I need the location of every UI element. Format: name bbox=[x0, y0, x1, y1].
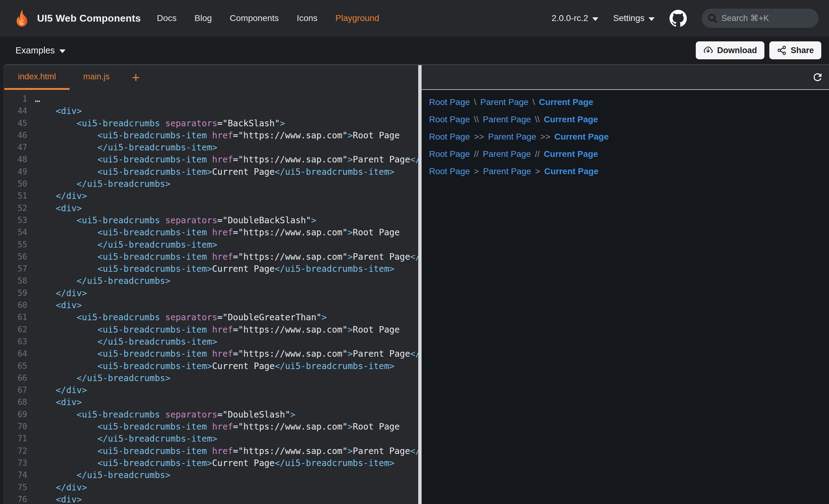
breadcrumb-separator: // bbox=[474, 149, 479, 159]
breadcrumb-link[interactable]: Root Page bbox=[429, 115, 470, 124]
code-line[interactable]: 72 <ui5-breadcrumbs-item href="https://w… bbox=[3, 445, 418, 457]
code-line[interactable]: 57 <ui5-breadcrumbs-item>Current Page</u… bbox=[3, 263, 418, 275]
code-line[interactable]: 45 <ui5-breadcrumbs separators="BackSlas… bbox=[3, 117, 418, 129]
code-line[interactable]: 76 <div> bbox=[3, 494, 418, 504]
brand-title: UI5 Web Components bbox=[37, 13, 141, 24]
tab-main-js[interactable]: main.js bbox=[70, 65, 123, 90]
breadcrumbs-row: Root Page\\Parent Page\\Current Page bbox=[429, 111, 823, 128]
code-line[interactable]: 73 <ui5-breadcrumbs-item>Current Page</u… bbox=[3, 457, 418, 469]
breadcrumb-link[interactable]: Root Page bbox=[429, 132, 470, 142]
code-line[interactable]: 51 </div> bbox=[3, 190, 418, 202]
breadcrumb-link[interactable]: Parent Page bbox=[480, 97, 529, 107]
code-line[interactable]: 59 </div> bbox=[3, 287, 418, 299]
code-line[interactable]: 61 <ui5-breadcrumbs separators="DoubleGr… bbox=[3, 311, 418, 323]
add-tab-button[interactable]: + bbox=[123, 65, 149, 90]
toolbar-actions: Download Share bbox=[696, 41, 821, 59]
code-line[interactable]: 70 <ui5-breadcrumbs-item href="https://w… bbox=[3, 421, 418, 433]
breadcrumbs-row: Root Page//Parent Page//Current Page bbox=[429, 146, 823, 163]
line-number: 72 bbox=[11, 445, 27, 457]
nav-item-icons[interactable]: Icons bbox=[297, 13, 318, 23]
line-number: 76 bbox=[11, 494, 27, 504]
line-number: 65 bbox=[11, 360, 27, 372]
code-line[interactable]: 47 </ui5-breadcrumbs-item> bbox=[3, 142, 418, 153]
breadcrumb-current: Current Page bbox=[544, 115, 598, 124]
version-menu[interactable]: 2.0.0-rc.2 bbox=[552, 13, 599, 23]
code-line[interactable]: 66 </ui5-breadcrumbs> bbox=[3, 372, 418, 384]
breadcrumb-link[interactable]: Parent Page bbox=[483, 166, 531, 176]
line-number: 61 bbox=[11, 311, 27, 323]
line-number: 46 bbox=[11, 129, 27, 142]
breadcrumb-link[interactable]: Root Page bbox=[429, 97, 470, 107]
code-area[interactable]: 1…44 <div>45 <ui5-breadcrumbs separators… bbox=[3, 90, 418, 504]
breadcrumb-link[interactable]: Root Page bbox=[429, 166, 470, 176]
code-line[interactable]: 54 <ui5-breadcrumbs-item href="https://w… bbox=[3, 226, 418, 238]
code-line[interactable]: 63 </ui5-breadcrumbs-item> bbox=[3, 336, 418, 348]
download-button[interactable]: Download bbox=[696, 41, 764, 59]
line-number: 1 bbox=[11, 93, 27, 105]
settings-label: Settings bbox=[613, 13, 645, 23]
line-number: 48 bbox=[11, 153, 27, 165]
line-number: 68 bbox=[11, 396, 27, 408]
code-line[interactable]: 68 <div> bbox=[3, 396, 418, 408]
breadcrumb-separator: \ bbox=[533, 97, 535, 107]
code-line[interactable]: 44 <div> bbox=[3, 105, 418, 117]
breadcrumb-link[interactable]: Root Page bbox=[429, 149, 470, 159]
breadcrumb-current: Current Page bbox=[544, 149, 598, 159]
search-icon bbox=[707, 13, 718, 24]
code-line[interactable]: 67 </div> bbox=[3, 384, 418, 396]
breadcrumbs-row: Root Page>>Parent Page>>Current Page bbox=[429, 128, 823, 146]
line-number: 62 bbox=[11, 324, 27, 336]
nav-item-components[interactable]: Components bbox=[230, 13, 279, 23]
code-line[interactable]: 62 <ui5-breadcrumbs-item href="https://w… bbox=[3, 324, 418, 336]
code-line[interactable]: 46 <ui5-breadcrumbs-item href="https://w… bbox=[3, 129, 418, 142]
breadcrumb-link[interactable]: Parent Page bbox=[483, 115, 531, 124]
line-number: 63 bbox=[11, 336, 27, 348]
brand[interactable]: UI5 Web Components bbox=[13, 9, 141, 27]
chevron-down-icon bbox=[59, 49, 66, 53]
line-number: 73 bbox=[11, 457, 27, 469]
line-number: 55 bbox=[11, 239, 27, 251]
code-line[interactable]: 1… bbox=[3, 93, 418, 105]
code-editor-panel: index.html main.js + 1…44 <div>45 <ui5-b… bbox=[3, 65, 418, 504]
code-line[interactable]: 48 <ui5-breadcrumbs-item href="https://w… bbox=[3, 153, 418, 165]
preview-header bbox=[422, 65, 829, 90]
examples-menu[interactable]: Examples bbox=[15, 45, 66, 55]
code-line[interactable]: 53 <ui5-breadcrumbs separators="DoubleBa… bbox=[3, 214, 418, 226]
examples-toolbar: Examples Download Share bbox=[0, 36, 829, 64]
code-line[interactable]: 71 </ui5-breadcrumbs-item> bbox=[3, 433, 418, 445]
code-line[interactable]: 56 <ui5-breadcrumbs-item href="https://w… bbox=[3, 251, 418, 263]
code-line[interactable]: 49 <ui5-breadcrumbs-item>Current Page</u… bbox=[3, 166, 418, 178]
breadcrumb-current: Current Page bbox=[554, 132, 609, 142]
code-line[interactable]: 74 </ui5-breadcrumbs> bbox=[3, 469, 418, 481]
breadcrumb-separator: >> bbox=[540, 132, 550, 142]
code-line[interactable]: 69 <ui5-breadcrumbs separators="DoubleSl… bbox=[3, 409, 418, 421]
code-line[interactable]: 50 </ui5-breadcrumbs> bbox=[3, 178, 418, 190]
line-number: 58 bbox=[11, 275, 27, 287]
code-line[interactable]: 60 <div> bbox=[3, 299, 418, 311]
nav-item-playground[interactable]: Playground bbox=[335, 13, 379, 23]
code-line[interactable]: 58 </ui5-breadcrumbs> bbox=[3, 275, 418, 287]
refresh-button[interactable] bbox=[812, 71, 823, 83]
code-line[interactable]: 52 <div> bbox=[3, 202, 418, 214]
line-number: 74 bbox=[11, 469, 27, 481]
search-box bbox=[701, 9, 819, 28]
nav-item-blog[interactable]: Blog bbox=[194, 13, 212, 23]
panel-resizer[interactable] bbox=[418, 65, 422, 504]
code-line[interactable]: 65 <ui5-breadcrumbs-item>Current Page</u… bbox=[3, 360, 418, 372]
code-line[interactable]: 64 <ui5-breadcrumbs-item href="https://w… bbox=[3, 348, 418, 360]
preview-content: Root Page\Parent Page\Current PageRoot P… bbox=[422, 90, 829, 504]
breadcrumb-link[interactable]: Parent Page bbox=[488, 132, 536, 142]
breadcrumb-link[interactable]: Parent Page bbox=[483, 149, 531, 159]
nav-item-docs[interactable]: Docs bbox=[157, 13, 177, 23]
code-line[interactable]: 55 </ui5-breadcrumbs-item> bbox=[3, 239, 418, 251]
line-number: 45 bbox=[11, 117, 27, 129]
breadcrumb-separator: \\ bbox=[474, 115, 479, 124]
search-input[interactable] bbox=[721, 13, 816, 23]
line-number: 57 bbox=[11, 263, 27, 275]
settings-menu[interactable]: Settings bbox=[613, 13, 655, 23]
line-number: 75 bbox=[11, 481, 27, 494]
github-link[interactable] bbox=[670, 9, 687, 27]
share-button[interactable]: Share bbox=[769, 41, 821, 59]
tab-index-html[interactable]: index.html bbox=[4, 65, 70, 90]
code-line[interactable]: 75 </div> bbox=[3, 481, 418, 494]
